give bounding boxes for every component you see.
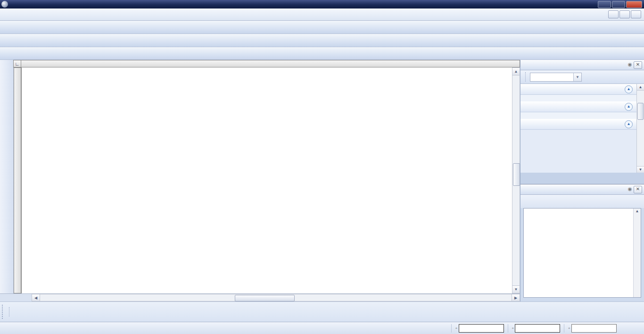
measurement-toolbar [520, 195, 644, 208]
cad-drawing [22, 67, 512, 293]
toolbar-drag-handle[interactable] [2, 305, 5, 319]
palette-scroll-down[interactable]: ▼ [637, 166, 644, 173]
scroll-up-button[interactable]: ▲ [512, 68, 520, 75]
tools-palette-header[interactable]: ◉ ✕ [520, 60, 644, 70]
app-logo-icon [1, 1, 8, 8]
z-coordinate-icon: ▫ [568, 326, 570, 330]
menu-bar [0, 8, 644, 21]
ruler-corner-button[interactable]: ∟ [13, 60, 21, 67]
section-header-snap-modes[interactable]: ▲ [520, 84, 636, 95]
collapse-chevron-icon[interactable]: ▲ [625, 103, 633, 111]
drawing-canvas[interactable] [21, 67, 512, 293]
sheet-tab-row: ◀ ▶ [0, 293, 520, 301]
collapse-chevron-icon[interactable]: ▲ [625, 120, 633, 128]
combo-dropdown-arrow[interactable]: ▼ [573, 73, 581, 81]
minimize-button[interactable] [598, 1, 611, 8]
measurement-info-box[interactable]: ▲ [523, 208, 641, 298]
palette-scrollbar[interactable]: ▲ ▼ [636, 84, 644, 173]
drawing-tools-toolbar [0, 60, 14, 293]
pin-icon[interactable]: ◉ [626, 186, 634, 193]
measurement-list-icon[interactable] [524, 197, 534, 207]
horizontal-ruler[interactable] [13, 60, 520, 67]
palette-scroll-up[interactable]: ▲ [637, 84, 644, 91]
maximize-button[interactable] [612, 1, 625, 8]
scroll-left-button[interactable]: ◀ [32, 294, 40, 301]
measurement-close-icon[interactable]: ✕ [634, 186, 642, 193]
measurement-scroll-up[interactable]: ▲ [634, 209, 641, 214]
mdi-minimize-button[interactable] [608, 10, 619, 18]
title-bar [0, 0, 644, 8]
palette-scroll-thumb[interactable] [637, 103, 644, 120]
measurement-clear-icon[interactable] [537, 197, 547, 207]
x-coordinate-field[interactable] [459, 324, 504, 333]
scroll-right-button[interactable]: ▶ [512, 294, 520, 301]
turbocad-window: ∟ ▲ ▼ ◉ ✕ ▼ ▲ [0, 0, 644, 334]
3d-object-toolbar [0, 34, 644, 47]
z-coordinate-field[interactable] [571, 324, 617, 333]
measurement-scrollbar[interactable]: ▲ [633, 209, 641, 297]
scroll-down-button[interactable]: ▼ [512, 285, 520, 293]
palette-tabs [520, 173, 644, 184]
section-header-line[interactable]: ▲ [520, 101, 636, 112]
style-combo[interactable]: ▼ [530, 73, 582, 82]
mdi-close-button[interactable] [631, 10, 641, 18]
measurement-info-header[interactable]: ◉ ✕ [520, 184, 644, 195]
standard-toolbar [0, 21, 644, 34]
inspector-bar [0, 301, 644, 322]
pin-icon[interactable]: ◉ [626, 62, 634, 68]
tools-palette-toolbar: ▼ [520, 70, 644, 84]
status-bar: ▫ ▫ ▫ [0, 322, 644, 334]
x-coordinate-icon: ▫ [455, 326, 457, 330]
y-coordinate-field[interactable] [515, 324, 560, 333]
property-toolbar [0, 47, 644, 60]
horizontal-scroll-thumb[interactable] [235, 295, 295, 301]
right-panel: ◉ ✕ ▼ ▲ ▲ [520, 60, 644, 301]
y-coordinate-icon: ▫ [512, 326, 514, 330]
vertical-ruler[interactable] [14, 67, 21, 293]
mdi-restore-button[interactable] [619, 10, 630, 18]
close-button[interactable] [626, 1, 642, 8]
canvas-horizontal-scrollbar[interactable]: ◀ ▶ [32, 294, 520, 301]
vertical-scroll-thumb[interactable] [513, 163, 520, 186]
collapse-chevron-icon[interactable]: ▲ [625, 85, 633, 93]
palette-close-icon[interactable]: ✕ [634, 61, 642, 69]
canvas-vertical-scrollbar[interactable]: ▲ ▼ [512, 67, 520, 293]
section-header-circle-ellipse[interactable]: ▲ [520, 119, 636, 130]
